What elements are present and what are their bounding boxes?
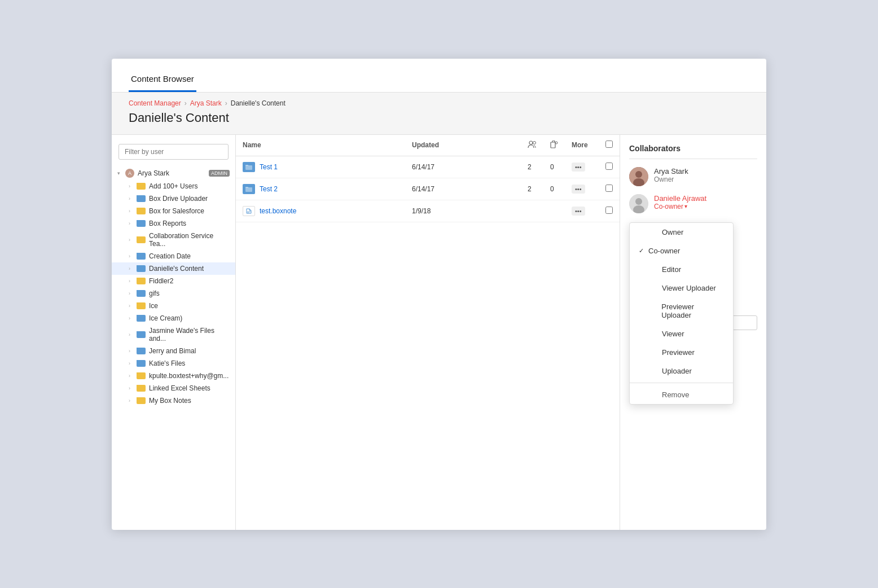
sidebar-item-box-reports[interactable]: › Box Reports <box>112 217 235 230</box>
note-shape <box>245 208 252 214</box>
chevron-right-icon: › <box>129 398 134 403</box>
avatar-danielle-ajrawat <box>629 194 648 213</box>
sidebar-item-box-drive-uploader[interactable]: › Box Drive Uploader <box>112 192 235 205</box>
dropdown-item-uploader[interactable]: Uploader <box>630 362 733 380</box>
sidebar-item-ice-cream[interactable]: › Ice Cream) <box>112 312 235 324</box>
more-button-boxnote[interactable]: ••• <box>572 207 585 216</box>
checkbox-test2[interactable] <box>605 185 613 192</box>
svg-rect-4 <box>245 165 252 170</box>
folder-icon <box>137 278 146 284</box>
breadcrumb-content-manager[interactable]: Content Manager <box>129 99 181 107</box>
file-updated-boxnote: 1/9/18 <box>405 200 521 222</box>
tab-content-browser[interactable]: Content Browser <box>129 67 196 92</box>
sidebar-item-gifs[interactable]: › gifs <box>112 287 235 300</box>
filter-input[interactable] <box>118 144 229 160</box>
chevron-right-icon: › <box>129 237 134 243</box>
sidebar-label-box-drive-uploader: Box Drive Uploader <box>149 195 230 203</box>
more-button-test2[interactable]: ••• <box>572 185 585 194</box>
file-name-test2[interactable]: Test 2 <box>260 185 278 193</box>
breadcrumb-current: Danielle's Content <box>231 99 286 107</box>
folder-icon <box>137 372 146 379</box>
sidebar-item-linked-excel[interactable]: › Linked Excel Sheets <box>112 382 235 394</box>
folder-blue-icon <box>137 265 146 272</box>
sidebar-item-danielles-content[interactable]: › Danielle's Content <box>112 262 235 275</box>
arya-photo <box>629 167 648 186</box>
dropdown-item-viewer[interactable]: Viewer <box>630 324 733 343</box>
sidebar-label-katies-files: Katie's Files <box>149 359 230 367</box>
danielle-avatar <box>629 194 648 213</box>
dropdown-item-co-owner[interactable]: Co-owner <box>630 242 733 260</box>
col-header-check <box>599 135 620 156</box>
file-name-boxnote[interactable]: test.boxnote <box>260 207 296 215</box>
sidebar-item-my-box-notes[interactable]: › My Box Notes <box>112 394 235 407</box>
sidebar-item-jasmine-wade[interactable]: › Jasmine Wade's Files and... <box>112 324 235 345</box>
sidebar-item-kpulte-boxtest[interactable]: › kpulte.boxtest+why@gm... <box>112 370 235 382</box>
folder-icon <box>137 236 146 243</box>
app-window: Content Browser Content Manager › Arya S… <box>112 59 766 530</box>
sidebar-item-creation-date[interactable]: › Creation Date <box>112 250 235 262</box>
collab-name-danielle: Danielle Ajrawat <box>654 194 706 203</box>
collaborator-item-arya: Arya Stark Owner <box>629 167 757 186</box>
select-all-checkbox[interactable] <box>605 141 613 148</box>
sidebar-label-fiddler2: Fiddler2 <box>149 277 230 285</box>
breadcrumb-arya-stark[interactable]: Arya Stark <box>190 99 222 107</box>
breadcrumb-section: Content Manager › Arya Stark › Danielle'… <box>112 93 766 135</box>
chevron-right-icon: › <box>129 196 134 201</box>
avatar-arya: A <box>125 169 134 178</box>
folder-icon <box>137 385 146 392</box>
sidebar-item-collaboration-service[interactable]: › Collaboration Service Tea... <box>112 230 235 250</box>
dropdown-item-owner[interactable]: Owner <box>630 223 733 242</box>
sidebar-label-jasmine-wade: Jasmine Wade's Files and... <box>149 327 230 343</box>
collaborators-icon <box>528 141 537 148</box>
file-name-test1[interactable]: Test 1 <box>260 163 278 171</box>
checkbox-boxnote[interactable] <box>605 207 613 214</box>
breadcrumb-sep-1: › <box>185 99 187 107</box>
folder-blue-icon <box>137 360 146 367</box>
dropdown-item-previewer-uploader[interactable]: Previewer Uploader <box>630 297 733 324</box>
svg-rect-7 <box>245 187 248 188</box>
sidebar-item-katies-files[interactable]: › Katie's Files <box>112 357 235 370</box>
file-check-test2 <box>599 178 620 200</box>
folder-blue-icon <box>137 331 146 338</box>
role-dropdown-menu: Owner Co-owner Editor Viewer Uploader <box>629 222 734 405</box>
collab-role-danielle[interactable]: Co-owner <box>654 203 683 210</box>
file-table: Name Updated <box>236 135 620 222</box>
col-header-more: More <box>565 135 599 156</box>
dropdown-item-editor[interactable]: Editor <box>630 260 733 279</box>
sidebar-item-fiddler2[interactable]: › Fiddler2 <box>112 275 235 287</box>
right-panel: Collaborators Arya Stark Owner <box>620 135 766 530</box>
breadcrumb: Content Manager › Arya Stark › Danielle'… <box>129 99 749 107</box>
role-dropdown-arrow[interactable]: ▾ <box>684 203 687 209</box>
folder-icon <box>137 183 146 190</box>
chevron-right-icon: › <box>129 208 134 214</box>
more-button-test1[interactable]: ••• <box>572 163 585 172</box>
svg-rect-2 <box>551 142 555 148</box>
folder-icon <box>137 302 146 309</box>
tab-bar: Content Browser <box>112 59 766 93</box>
file-more-boxnote: ••• <box>565 200 599 222</box>
dropdown-item-previewer[interactable]: Previewer <box>630 343 733 362</box>
sidebar-label-creation-date: Creation Date <box>149 252 230 260</box>
sidebar-item-arya-stark[interactable]: ▾ A Arya Stark ADMIN <box>112 166 235 180</box>
sidebar-label-linked-excel: Linked Excel Sheets <box>149 384 230 392</box>
sidebar: ▾ A Arya Stark ADMIN › Add 100+ Users › … <box>112 135 236 530</box>
sidebar-item-jerry-and-bimal[interactable]: › Jerry and Bimal <box>112 345 235 357</box>
sidebar-label-arya-stark: Arya Stark <box>138 169 207 177</box>
col-header-name: Name <box>236 135 405 156</box>
sidebar-label-box-reports: Box Reports <box>149 220 230 227</box>
file-name-cell-test2: Test 2 <box>236 178 405 200</box>
folder-icon <box>137 397 146 404</box>
file-list: Name Updated <box>236 135 620 530</box>
dropdown-item-remove[interactable]: Remove <box>630 385 733 404</box>
file-shared-test1: 0 <box>543 156 565 178</box>
chevron-right-icon: › <box>129 303 134 309</box>
folder-blue-icon <box>137 348 146 354</box>
sidebar-item-add-100-users[interactable]: › Add 100+ Users <box>112 180 235 192</box>
file-name-cell-boxnote: test.boxnote <box>236 200 405 222</box>
folder-icon <box>137 208 146 214</box>
checkbox-test1[interactable] <box>605 163 613 170</box>
dropdown-item-viewer-uploader[interactable]: Viewer Uploader <box>630 279 733 297</box>
file-name-cell-test1: Test 1 <box>236 156 405 178</box>
sidebar-item-ice[interactable]: › Ice <box>112 300 235 312</box>
sidebar-item-box-for-salesforce[interactable]: › Box for Salesforce <box>112 205 235 217</box>
